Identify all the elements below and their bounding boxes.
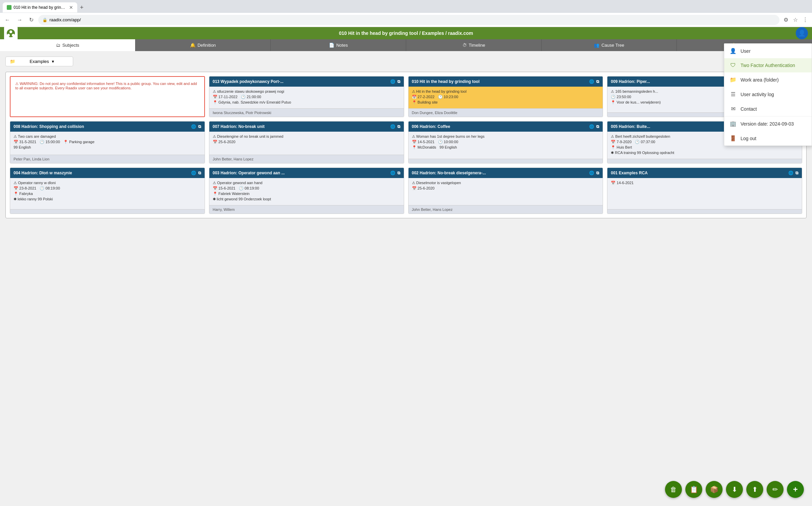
browser-controls: ← → ↻ 🔒 ⚙ ☆ ⋮	[0, 13, 812, 27]
tab-favicon	[7, 5, 12, 10]
tab-timeline[interactable]: ⏱ Timeline	[406, 39, 542, 51]
examples-selector[interactable]: 📁 Examples ▾	[5, 57, 73, 66]
bookmark-button[interactable]: ☆	[792, 15, 799, 24]
warning-icon: ⚠	[15, 82, 20, 86]
card-013-body: ⚠ stluczenie stawu skokowego prawej nogi…	[209, 87, 404, 108]
card-002-body: ⚠ Dieselmotor is vastgelopen 📅 25-6-2020	[409, 178, 603, 205]
app-header-container: 010 Hit in the head by grinding tool / E…	[0, 27, 812, 51]
card-004[interactable]: 004 Hadrion: Dłoń w maszynie 🌐 ⧉ ⚠ Opera…	[10, 168, 205, 214]
tab-notes[interactable]: 📄 Notes	[271, 39, 406, 51]
card-001[interactable]: 001 Examples RCA 🌐 ⧉ 📅 14-6-2021	[607, 168, 802, 214]
card-013[interactable]: 013 Wypadek podwykonawcy Port-... 🌐 ⧉ ⚠ …	[209, 76, 404, 117]
card-006[interactable]: 006 Hadrion: Coffee 🌐 ⧉ ⚠ Woman has 1st …	[408, 121, 603, 163]
copy-icon: ⧉	[397, 79, 400, 84]
card-006-footer	[409, 159, 603, 163]
card-010-date: 📅 27-2-2022 🕐 10:23:00	[412, 95, 600, 99]
card-008-footer: Peter Pan, Linda Lion	[10, 155, 205, 163]
card-007-body: ⚠ Dieselengine of no break unit is jamme…	[209, 132, 404, 155]
svg-point-2	[7, 34, 10, 37]
main-content: 📁 Examples ▾ ⚠ WARNING: Do not post any …	[0, 51, 812, 254]
menu-item-logout[interactable]: 🚪 Log out	[724, 131, 812, 146]
user-avatar-button[interactable]: 👤	[796, 27, 808, 39]
card-010-icons: 🌐 ⧉	[589, 79, 599, 84]
menu-item-two-factor[interactable]: 🛡 Two Factor Authentication	[724, 58, 812, 72]
extensions-button[interactable]: ⚙	[782, 15, 790, 24]
tab-cause-tree[interactable]: 👥 Cause Tree	[542, 39, 677, 51]
menu-item-user-activity[interactable]: ☰ User activity log	[724, 87, 812, 102]
card-008-header: 008 Hadrion: Shopping and collision 🌐 ⧉	[10, 122, 205, 132]
svg-point-3	[12, 34, 15, 37]
menu-button[interactable]: ⋮	[801, 15, 809, 24]
globe-icon: 🌐	[390, 171, 395, 175]
menu-item-contact[interactable]: ✉ Contact	[724, 102, 812, 116]
menu-item-work-area[interactable]: 📁 Work area (folder)	[724, 72, 812, 87]
active-tab[interactable]: 010 Hit in the head by grinding ✕	[3, 2, 77, 13]
exit-icon: 🚪	[730, 135, 736, 141]
card-002-header: 002 Hadrion: No-break dieselgenera-... 🌐…	[409, 168, 603, 178]
subjects-icon: 🗂	[56, 43, 60, 48]
list-icon: ☰	[730, 91, 736, 97]
nav-tabs: 🗂 Subjects 🔔 Definition 📄 Notes ⏱ Timeli…	[0, 39, 812, 51]
card-010-header: 010 Hit in the head by grinding tool 🌐 ⧉	[409, 76, 603, 87]
copy-icon: ⧉	[795, 171, 798, 175]
new-tab-button[interactable]: +	[77, 3, 86, 12]
globe-icon: 🌐	[788, 171, 793, 175]
globe-icon: 🌐	[589, 171, 594, 175]
card-006-icons: 🌐 ⧉	[589, 124, 599, 129]
header-title: 010 Hit in the head by grinding tool / E…	[339, 30, 473, 36]
tab-bar: 010 Hit in the head by grinding ✕ +	[0, 0, 812, 13]
card-010-title: 010 Hit in the head by grinding tool	[412, 79, 589, 84]
card-007-icons: 🌐 ⧉	[390, 124, 400, 129]
globe-icon: 🌐	[390, 79, 395, 84]
card-004-title: 004 Hadrion: Dłoń w maszynie	[14, 171, 191, 175]
card-010-footer: Don Dungee, Eliza Doolittle	[409, 108, 603, 117]
back-button[interactable]: ←	[3, 16, 12, 24]
globe-icon: 🌐	[589, 124, 594, 129]
card-002-icons: 🌐 ⧉	[589, 171, 599, 175]
notes-icon: 📄	[329, 43, 334, 48]
address-bar[interactable]: 🔒	[38, 15, 779, 25]
org-icon: 🏢	[730, 120, 736, 127]
card-003-footer: Harry, Willem	[209, 205, 404, 214]
menu-item-user[interactable]: 👤 User	[724, 44, 812, 58]
card-007[interactable]: 007 Hadrion: No-break unit 🌐 ⧉ ⚠ Diesele…	[209, 121, 404, 163]
chevron-down-icon: ▾	[52, 59, 69, 64]
definition-icon: 🔔	[190, 43, 195, 48]
card-003-icons: 🌐 ⧉	[390, 171, 400, 175]
card-001-icons: 🌐 ⧉	[788, 171, 798, 175]
cards-grid: ⚠ WARNING: Do not post any confidential …	[5, 72, 807, 218]
user-dropdown-menu: 👤 User 🛡 Two Factor Authentication 📁 Wor…	[724, 43, 812, 146]
card-003[interactable]: 003 Hadrion: Operator gewond aan ... 🌐 ⧉…	[209, 168, 404, 214]
card-001-header: 001 Examples RCA 🌐 ⧉	[607, 168, 802, 178]
card-013-detail1: ⚠ stluczenie stawu skokowego prawej nogi	[213, 89, 400, 94]
tab-subjects[interactable]: 🗂 Subjects	[0, 39, 136, 51]
app-logo-icon	[6, 28, 16, 38]
card-005-footer	[607, 159, 802, 163]
globe-icon: 🌐	[390, 124, 395, 129]
card-002[interactable]: 002 Hadrion: No-break dieselgenera-... 🌐…	[408, 168, 603, 214]
forward-button[interactable]: →	[15, 16, 24, 24]
copy-icon: ⧉	[596, 79, 599, 84]
card-008[interactable]: 008 Hadrion: Shopping and collision 🌐 ⧉ …	[10, 121, 205, 163]
browser-chrome: 010 Hit in the head by grinding ✕ + ← → …	[0, 0, 812, 27]
tab-definition[interactable]: 🔔 Definition	[136, 39, 271, 51]
globe-icon: 🌐	[191, 171, 196, 175]
url-input[interactable]	[49, 17, 775, 22]
shield-icon: 🛡	[730, 62, 736, 68]
card-001-footer	[607, 209, 802, 214]
tab-close-button[interactable]: ✕	[69, 5, 73, 10]
card-010-detail1: ⚠ Hit in the head by grinding tool	[412, 89, 600, 94]
timeline-icon: ⏱	[462, 43, 467, 48]
card-010-location: 📍 Building site	[412, 100, 600, 105]
copy-icon: ⧉	[198, 171, 201, 175]
card-010[interactable]: 010 Hit in the head by grinding tool 🌐 ⧉…	[408, 76, 603, 117]
card-004-body: ⚠ Operator ranny w dloni 📅 23-8-2021 🕐 0…	[10, 178, 205, 209]
card-010-body: ⚠ Hit in the head by grinding tool 📅 27-…	[409, 87, 603, 108]
card-004-footer	[10, 209, 205, 214]
card-013-header: 013 Wypadek podwykonawcy Port-... 🌐 ⧉	[209, 76, 404, 87]
card-013-date: 📅 17-11-2022 🕐 21:00:00	[213, 95, 400, 99]
card-004-icons: 🌐 ⧉	[191, 171, 201, 175]
tab-title: 010 Hit in the head by grinding	[14, 5, 67, 10]
copy-icon: ⧉	[397, 124, 400, 129]
refresh-button[interactable]: ↻	[27, 15, 36, 24]
